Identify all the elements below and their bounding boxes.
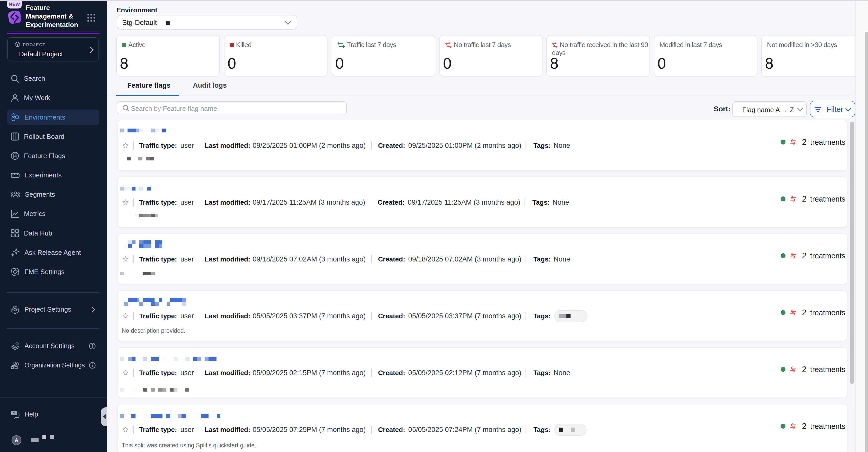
svg-text:?: ? [13, 411, 15, 415]
